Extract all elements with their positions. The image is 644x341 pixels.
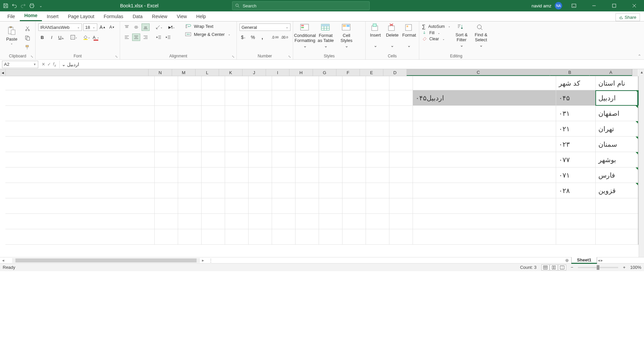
cell[interactable] <box>342 137 366 152</box>
share-button[interactable]: Share <box>615 13 640 21</box>
cell[interactable] <box>248 106 272 121</box>
cell[interactable] <box>201 214 225 229</box>
cell[interactable] <box>201 121 225 137</box>
font-color-icon[interactable]: A⌄ <box>92 34 100 41</box>
cell[interactable] <box>225 198 248 214</box>
cell[interactable] <box>366 137 389 152</box>
user-name[interactable]: navid amz <box>532 3 551 8</box>
align-center-icon[interactable] <box>132 34 140 41</box>
cell[interactable]: ۰۲۸ <box>556 183 595 198</box>
cell[interactable] <box>342 152 366 167</box>
cell[interactable]: ۰۴۵ <box>556 90 595 106</box>
cell[interactable] <box>295 90 319 106</box>
normal-view-icon[interactable] <box>541 264 549 271</box>
cell[interactable] <box>201 183 225 198</box>
cell[interactable]: فارس <box>595 167 638 183</box>
cell[interactable] <box>413 137 556 152</box>
cell[interactable] <box>319 229 342 245</box>
tab-page-layout[interactable]: Page Layout <box>63 12 99 21</box>
cell[interactable] <box>595 229 638 245</box>
conditional-formatting-button[interactable]: Conditional Formatting ⌄ <box>296 23 314 48</box>
cell[interactable] <box>248 214 272 229</box>
ltr-icon[interactable]: ▶¶⌄ <box>168 23 176 31</box>
cell[interactable] <box>366 76 389 90</box>
cell[interactable] <box>201 229 225 245</box>
cell[interactable] <box>389 76 413 90</box>
cell[interactable]: ۰۷۷ <box>556 152 595 167</box>
fill-color-icon[interactable]: ⌄ <box>83 34 91 41</box>
cell[interactable] <box>178 214 201 229</box>
cell[interactable] <box>154 106 178 121</box>
cell[interactable] <box>154 137 178 152</box>
print-icon[interactable] <box>29 3 35 9</box>
font-size-combo[interactable]: 18⌄ <box>83 23 97 31</box>
column-header[interactable]: F <box>336 69 360 76</box>
tab-formulas[interactable]: Formulas <box>99 12 128 21</box>
cell[interactable] <box>342 198 366 214</box>
cell[interactable] <box>225 152 248 167</box>
format-painter-icon[interactable] <box>23 44 32 51</box>
cell[interactable] <box>201 137 225 152</box>
cell[interactable]: بوشهر <box>595 152 638 167</box>
cell[interactable] <box>248 198 272 214</box>
cell[interactable] <box>366 121 389 137</box>
percent-icon[interactable]: % <box>249 34 257 41</box>
cell[interactable] <box>154 121 178 137</box>
cell[interactable] <box>319 152 342 167</box>
cell[interactable] <box>295 198 319 214</box>
cell[interactable] <box>556 214 595 229</box>
cell[interactable] <box>272 121 295 137</box>
cell[interactable] <box>272 137 295 152</box>
formula-input[interactable]: اردبیل ⌄ <box>59 61 644 68</box>
clear-button[interactable]: Clear⌄ <box>422 37 450 41</box>
cell[interactable] <box>248 167 272 183</box>
cell[interactable] <box>201 167 225 183</box>
zoom-slider[interactable] <box>578 267 618 268</box>
cell[interactable] <box>154 198 178 214</box>
accounting-icon[interactable]: $ ⌄ <box>239 34 248 41</box>
cell[interactable] <box>319 106 342 121</box>
name-box[interactable]: A2▼ <box>2 61 38 68</box>
cell[interactable] <box>178 167 201 183</box>
decrease-decimal-icon[interactable]: .00.0 <box>280 34 288 41</box>
cell[interactable]: کد شهر <box>556 76 595 90</box>
cell[interactable] <box>201 76 225 90</box>
merge-center-button[interactable]: Merge & Center⌄ <box>185 32 230 37</box>
column-header[interactable]: M <box>172 69 195 76</box>
cell[interactable] <box>389 152 413 167</box>
sheet-tab-sheet1[interactable]: Sheet1 <box>571 257 597 264</box>
copy-icon[interactable] <box>23 34 32 42</box>
cell[interactable] <box>389 214 413 229</box>
cell[interactable] <box>556 229 595 245</box>
cell[interactable] <box>225 76 248 90</box>
cell[interactable] <box>319 90 342 106</box>
select-all-button[interactable] <box>632 69 638 76</box>
cell[interactable] <box>272 214 295 229</box>
zoom-in-icon[interactable]: + <box>623 265 626 270</box>
hscroll-left-icon[interactable]: ◂ <box>0 258 6 263</box>
cell[interactable] <box>366 106 389 121</box>
cell[interactable] <box>178 229 201 245</box>
align-top-icon[interactable] <box>123 23 131 31</box>
cell[interactable] <box>154 76 178 90</box>
tab-data[interactable]: Data <box>128 12 147 21</box>
column-header[interactable]: G <box>313 69 336 76</box>
cell[interactable] <box>413 152 556 167</box>
orientation-icon[interactable]: ⌄ <box>155 23 163 31</box>
underline-button[interactable]: U ⌄ <box>57 34 65 41</box>
scroll-left-marker-icon[interactable]: ◂ <box>0 69 5 76</box>
cell[interactable] <box>295 137 319 152</box>
cell[interactable] <box>319 76 342 90</box>
cancel-formula-icon[interactable]: ✕ <box>42 62 45 67</box>
zoom-out-icon[interactable]: − <box>571 265 574 270</box>
format-cells-button[interactable]: Format⌄ <box>402 23 416 48</box>
column-header[interactable]: B <box>550 69 589 76</box>
cell[interactable] <box>413 106 556 121</box>
new-sheet-button[interactable]: ⊕ <box>563 257 571 264</box>
cell[interactable] <box>413 121 556 137</box>
cell[interactable] <box>272 183 295 198</box>
cell[interactable] <box>413 167 556 183</box>
page-layout-view-icon[interactable] <box>550 264 558 271</box>
cell[interactable] <box>366 214 389 229</box>
cell[interactable] <box>295 229 319 245</box>
